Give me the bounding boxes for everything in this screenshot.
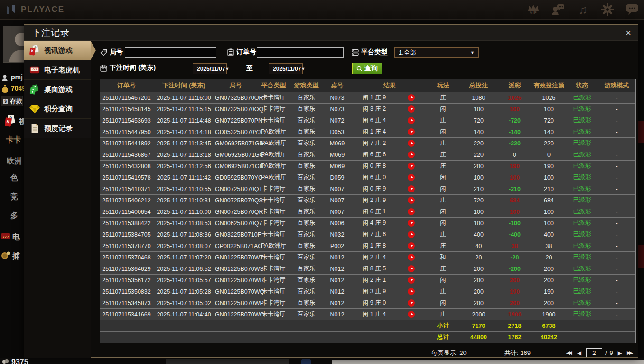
cell-status: 已派彩 [566,219,598,227]
replay-button[interactable] [408,254,415,261]
cell-game-type: 百家乐 [291,276,322,284]
cell-status: 已派彩 [566,185,598,193]
diamond-icon [29,104,40,114]
order-number-input[interactable] [257,47,344,58]
cell-platform: 卡卡湾厅 [256,185,291,193]
document-icon [29,123,40,134]
cell-result: 闲 6 庄 1 [353,208,396,216]
cell-status: 已派彩 [566,208,598,216]
cell-game-type: 百家乐 [291,94,322,102]
cell-game-mode: - [598,243,635,249]
cell-replay [396,288,427,295]
sidebar-item-live-games[interactable]: 9K 视讯游戏 [24,41,91,60]
cell-order: 251107115356172 [100,277,153,284]
replay-button[interactable] [408,208,415,215]
sidebar-item-label: 额度记录 [44,124,73,133]
brand-logo[interactable]: PLAYACE [5,3,65,16]
replay-button[interactable] [408,311,415,318]
replay-button[interactable] [408,140,415,147]
page-number-input[interactable] [586,348,602,357]
deposit-button[interactable]: $ 存款 [1,96,23,106]
cell-game-mode: - [598,140,635,147]
replay-button[interactable] [408,185,415,192]
settings-gear-icon[interactable] [600,2,615,17]
replay-button[interactable] [408,220,415,227]
cell-valid-bet: 200 [532,300,566,307]
replay-button[interactable] [408,242,415,249]
date-to-select[interactable]: 2025/11/07 ▼ [269,63,303,74]
background-right-fragment [638,121,644,143]
first-page-icon[interactable]: ◀◀ [566,350,572,355]
cell-result: 闲 1 庄 8 [353,242,396,250]
date-from-select[interactable]: 2025/11/07 ▼ [193,63,227,74]
next-page-icon[interactable]: ▶ [618,350,622,356]
total-pages-label: 9 [610,349,613,356]
replay-button[interactable] [408,231,415,238]
cell-valid-bet: 140 [532,129,566,135]
table-row: 2511071154195782025-11-07 11:11:42GD0592… [100,172,635,183]
replay-button[interactable] [408,94,415,101]
round-number-input[interactable] [125,47,216,58]
replay-button[interactable] [408,151,415,158]
cell-play-type: 闲 [427,299,459,307]
cell-platform: 卡卡湾厅 [256,310,291,318]
cell-play-type: 庄 [427,242,459,250]
music-icon[interactable]: ♫ [576,2,590,17]
cell-order: 251107115400654 [100,209,153,215]
cell-platform: 卡卡湾厅 [256,276,291,284]
prev-page-icon[interactable]: ◀ [577,350,581,356]
sidebar-item-points[interactable]: 积分查询 [24,99,91,119]
replay-button[interactable] [408,163,415,170]
cell-time: 2025-11-07 11:15:15 [153,106,215,113]
replay-button[interactable] [408,174,415,181]
cell-payout: -20 [498,254,532,261]
column-header: 局号 [215,81,256,90]
slots-fragment-icon: 777 [1,232,10,240]
vip-label: VIP [530,10,537,15]
table-header-row: 订单号下注时间 (美东)局号平台类型游戏类型桌号结果玩法总投注派彩有效投注额状态… [100,79,635,92]
replay-button[interactable] [408,105,415,113]
replay-button[interactable] [408,299,415,307]
cell-replay [396,197,427,204]
sidebar-item-quota-records[interactable]: 额度记录 [24,119,91,138]
table-row: 2511071153704682025-11-07 11:07:20GN0122… [100,251,635,263]
cell-total-bet: 200 [459,277,498,284]
search-button[interactable]: 查询 [352,63,382,74]
background-right-fragment [638,245,644,268]
last-page-icon[interactable]: ▶▶ [627,350,633,355]
cell-game-mode: - [598,288,635,295]
replay-button[interactable] [408,277,415,284]
avatar[interactable] [3,26,24,63]
total-count-label: 共计: 169 [504,349,531,357]
sidebar-item-table-games[interactable]: 桌面游戏 [24,80,91,99]
bet-time-label: 下注时间 (美东) [110,64,156,72]
replay-button[interactable] [408,288,415,295]
cell-order: 251107115378770 [100,243,153,249]
replay-button[interactable] [408,197,415,204]
sidebar-item-slots[interactable]: 777 电子老虎机 [24,60,91,80]
cell-result: 闲 1 庄 4 [353,310,396,318]
cell-status: 已派彩 [566,128,598,136]
support-chat-icon[interactable] [551,2,565,17]
cell-order: 251107115453693 [100,117,153,124]
table-row: 2511071154672012025-11-07 11:16:00GN0732… [100,92,635,103]
cell-round: GN00725B070QR [215,209,256,215]
replay-button[interactable] [408,117,415,124]
cell-play-type: 庄 [427,265,459,273]
cell-payout: 200 [498,277,532,284]
total-valid-bet-value: 6738 [532,323,566,329]
cell-time: 2025-11-07 11:10:31 [153,197,215,204]
messages-icon[interactable] [625,2,639,17]
total-payout-value: 1762 [498,334,532,341]
cell-total-bet: 200 [459,163,498,170]
replay-button[interactable] [408,265,415,272]
platform-type-select[interactable]: 1.全部 ▼ [394,47,479,58]
vip-icon[interactable]: VIP [526,2,541,17]
background-nav-kaka: 卡卡 [6,135,21,145]
cell-order: 251107115364629 [100,266,153,272]
cell-status: 已派彩 [566,151,598,159]
cell-round: GN07325B070OR [215,95,256,101]
chevron-down-icon: ▼ [301,67,305,71]
close-icon[interactable]: × [625,28,631,38]
replay-button[interactable] [408,128,415,135]
